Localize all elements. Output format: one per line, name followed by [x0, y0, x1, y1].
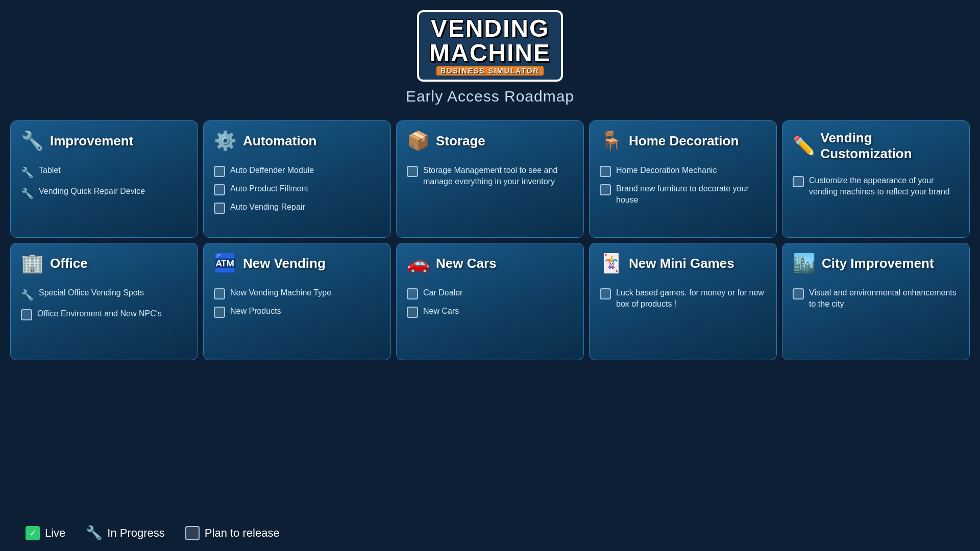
plan-checkbox-icon: [185, 526, 200, 540]
automation-item-1: Auto Product Fillment: [214, 183, 380, 195]
improvement-item-0: 🔧Tablet: [21, 165, 187, 180]
new-cars-item-text-1: New Cars: [423, 306, 573, 317]
home-decoration-icon: 🪑: [600, 130, 623, 152]
office-item-0: 🔧Special Office Vending Spots: [21, 287, 187, 302]
new-cars-item-0: Car Dealer: [407, 287, 573, 299]
improvement-item-text-0: Tablet: [39, 165, 187, 176]
office-icon: 🏢: [21, 253, 44, 274]
grid-row-0: 🔧Improvement🔧Tablet🔧Vending Quick Repair…: [10, 120, 970, 238]
roadmap-grid: 🔧Improvement🔧Tablet🔧Vending Quick Repair…: [10, 120, 970, 360]
logo-line1: VENDING: [429, 16, 551, 41]
storage-title: Storage: [436, 133, 485, 149]
legend-plan: Plan to release: [185, 526, 280, 540]
card-home-decoration: 🪑Home DecorationHome Decoration Mechanic…: [589, 120, 777, 238]
new-mini-games-title: New Mini Games: [629, 256, 734, 271]
new-cars-icon: 🚗: [407, 253, 430, 274]
automation-item-0: Auto Deffender Module: [214, 165, 380, 177]
wrench-icon: 🔧: [21, 186, 34, 201]
checkbox-icon: [214, 288, 225, 299]
card-header-automation: ⚙️Automation: [214, 130, 380, 157]
card-city-improvement: 🏙️City ImprovementVisual and environment…: [782, 243, 970, 360]
automation-title: Automation: [243, 133, 316, 149]
home-decoration-item-0: Home Decoration Mechanic: [600, 165, 766, 177]
office-item-1: Office Enviroment and New NPC's: [21, 308, 187, 320]
improvement-icon: 🔧: [21, 130, 44, 152]
checkbox-icon: [407, 166, 418, 177]
city-improvement-item-text-0: Visual and environmental enhancements to…: [809, 287, 959, 310]
new-cars-item-1: New Cars: [407, 306, 573, 318]
checkbox-icon: [21, 309, 32, 320]
card-header-vending-customization: ✏️Vending Customization: [793, 130, 959, 167]
page-header: VENDING MACHINE BUSINESS SIMULATOR Early…: [406, 10, 574, 105]
card-header-improvement: 🔧Improvement: [21, 130, 187, 157]
wrench-icon: 🔧: [21, 165, 34, 180]
vending-customization-item-0: Customize the appearance of your vending…: [793, 175, 959, 198]
card-header-new-vending: 🏧New Vending: [214, 253, 380, 279]
plan-label: Plan to release: [205, 527, 280, 540]
live-icon: ✓: [26, 526, 40, 540]
checkbox-icon: [407, 307, 418, 318]
vending-customization-title: Vending Customization: [821, 130, 960, 162]
card-header-new-mini-games: 🃏New Mini Games: [600, 253, 766, 279]
card-improvement: 🔧Improvement🔧Tablet🔧Vending Quick Repair…: [10, 120, 198, 238]
checkbox-icon: [214, 307, 225, 318]
wrench-icon: 🔧: [21, 288, 34, 302]
home-decoration-item-1: Brand new furniture to decorate your hou…: [600, 183, 766, 206]
legend-in-progress: 🔧 In Progress: [86, 525, 165, 541]
legend-bar: ✓ Live 🔧 In Progress Plan to release: [10, 515, 970, 551]
vending-customization-items: Customize the appearance of your vending…: [793, 175, 959, 198]
home-decoration-item-text-0: Home Decoration Mechanic: [616, 165, 766, 176]
new-vending-item-1: New Products: [214, 306, 380, 318]
storage-items: Storage Management tool to see and manag…: [407, 165, 573, 188]
storage-item-text-0: Storage Management tool to see and manag…: [423, 165, 573, 188]
card-automation: ⚙️AutomationAuto Deffender ModuleAuto Pr…: [203, 120, 391, 238]
improvement-title: Improvement: [50, 133, 133, 149]
automation-item-text-1: Auto Product Fillment: [230, 183, 380, 194]
improvement-items: 🔧Tablet🔧Vending Quick Repair Device: [21, 165, 187, 201]
game-logo: VENDING MACHINE BUSINESS SIMULATOR: [417, 10, 563, 82]
new-cars-title: New Cars: [436, 256, 497, 271]
automation-item-text-0: Auto Deffender Module: [230, 165, 380, 176]
improvement-item-text-1: Vending Quick Repair Device: [39, 186, 187, 197]
checkbox-icon: [214, 166, 225, 177]
home-decoration-item-text-1: Brand new furniture to decorate your hou…: [616, 183, 766, 206]
card-header-office: 🏢Office: [21, 253, 187, 279]
new-mini-games-item-0: Luck based games. for money or for new b…: [600, 287, 766, 310]
storage-icon: 📦: [407, 130, 430, 152]
new-vending-items: New Vending Machine TypeNew Products: [214, 287, 380, 318]
checkbox-icon: [214, 184, 225, 195]
card-new-cars: 🚗New CarsCar DealerNew Cars: [396, 243, 584, 360]
checkbox-icon: [793, 288, 804, 299]
automation-icon: ⚙️: [214, 130, 237, 152]
in-progress-icon: 🔧: [86, 525, 102, 541]
new-vending-item-text-0: New Vending Machine Type: [230, 287, 380, 298]
card-vending-customization: ✏️Vending CustomizationCustomize the app…: [782, 120, 970, 238]
card-new-mini-games: 🃏New Mini GamesLuck based games. for mon…: [589, 243, 777, 360]
checkbox-icon: [214, 203, 225, 214]
page-tagline: Early Access Roadmap: [406, 88, 574, 105]
live-label: Live: [45, 527, 65, 540]
card-header-storage: 📦Storage: [407, 130, 573, 157]
card-storage: 📦StorageStorage Management tool to see a…: [396, 120, 584, 238]
new-mini-games-item-text-0: Luck based games. for money or for new b…: [616, 287, 766, 310]
card-office: 🏢Office🔧Special Office Vending SpotsOffi…: [10, 243, 198, 360]
vending-customization-icon: ✏️: [793, 135, 815, 157]
new-cars-items: Car DealerNew Cars: [407, 287, 573, 318]
home-decoration-items: Home Decoration MechanicBrand new furnit…: [600, 165, 766, 206]
checkbox-icon: [793, 176, 804, 187]
logo-subtitle: BUSINESS SIMULATOR: [436, 66, 543, 76]
city-improvement-items: Visual and environmental enhancements to…: [793, 287, 959, 310]
home-decoration-title: Home Decoration: [629, 133, 739, 149]
card-new-vending: 🏧New VendingNew Vending Machine TypeNew …: [203, 243, 391, 360]
new-cars-item-text-0: Car Dealer: [423, 287, 573, 298]
logo-line2: MACHINE: [429, 41, 551, 65]
improvement-item-1: 🔧Vending Quick Repair Device: [21, 186, 187, 201]
vending-customization-item-text-0: Customize the appearance of your vending…: [809, 175, 959, 198]
checkbox-icon: [600, 166, 611, 177]
card-header-city-improvement: 🏙️City Improvement: [793, 253, 959, 279]
city-improvement-title: City Improvement: [822, 256, 934, 271]
new-mini-games-items: Luck based games. for money or for new b…: [600, 287, 766, 310]
checkbox-icon: [407, 288, 418, 299]
card-header-new-cars: 🚗New Cars: [407, 253, 573, 279]
new-vending-icon: 🏧: [214, 253, 237, 274]
